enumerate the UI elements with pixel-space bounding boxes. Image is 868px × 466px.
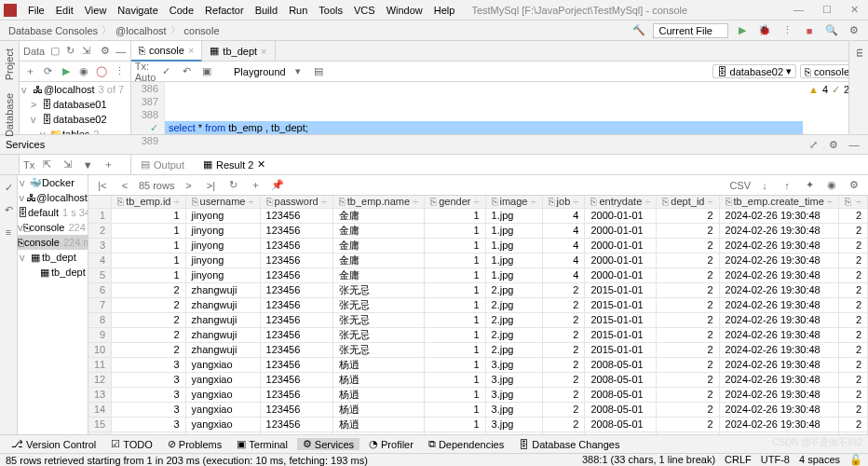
crumb-1[interactable]: @localhost [113, 25, 170, 36]
tree-row[interactable]: 🗄default1 s 34 ms [18, 205, 88, 220]
tree-row[interactable]: ▦tb_dept [18, 265, 88, 280]
svc-filter-icon[interactable]: ▼ [79, 157, 96, 173]
prev-page-icon[interactable]: < [116, 177, 133, 194]
search-icon[interactable]: 🔍 [823, 22, 840, 39]
services-gear-icon[interactable]: ⚙ [825, 136, 842, 153]
table-row[interactable]: 41jinyong123456金庸11.jpg42000-01-0122024-… [88, 254, 868, 268]
db-jump-icon[interactable]: ◉ [77, 63, 91, 80]
db-gear-icon[interactable]: ⚙ [100, 43, 112, 60]
editor-tab-console[interactable]: ⎘console× [131, 41, 202, 62]
menu-file[interactable]: File [22, 5, 50, 16]
db-stop-icon[interactable]: ◯ [95, 63, 109, 80]
export-icon[interactable]: ↓ [756, 177, 773, 194]
database-tool[interactable]: Database [4, 89, 15, 141]
playground-arrow[interactable]: ▾ [290, 63, 306, 80]
explain-icon[interactable]: ▣ [198, 63, 215, 80]
encoding[interactable]: UTF-8 [761, 454, 790, 466]
tree-row[interactable]: ⎘console224 ms [18, 235, 88, 250]
services-tree[interactable]: v🐳Dockerv🖧@localhost🗄default1 s 34 msv⎘c… [18, 175, 88, 444]
table-row[interactable]: 72zhangwuji123456张无忌12.jpg22015-01-01220… [88, 298, 868, 313]
db-refresh-icon[interactable]: ↻ [64, 43, 76, 60]
crumb-2[interactable]: console [182, 25, 223, 36]
warn-icon[interactable]: ▲ [808, 84, 819, 95]
table-row[interactable]: 133yangxiao123456杨逍13.jpg22008-05-012202… [88, 388, 868, 403]
table-row[interactable]: 31jinyong123456金庸11.jpg42000-01-0122024-… [88, 239, 868, 254]
menu-build[interactable]: Build [250, 5, 283, 16]
svc-collapse-icon[interactable]: ⇲ [59, 157, 75, 173]
pin-icon[interactable]: 📌 [269, 177, 286, 194]
project-tool[interactable]: Project [4, 45, 15, 84]
db-sync-icon[interactable]: ⟳ [41, 63, 55, 80]
svc-rollback-icon[interactable]: ↶ [0, 201, 17, 218]
last-page-icon[interactable]: >| [202, 177, 219, 194]
commit-icon[interactable]: ✓ [157, 63, 174, 80]
bottom-tab-todo[interactable]: ☑TODO [105, 438, 158, 450]
bottom-tab-version-control[interactable]: ⎇Version Control [6, 438, 102, 450]
table-row[interactable]: 92zhangwuji123456张无忌12.jpg22015-01-01220… [88, 328, 868, 343]
tree-row[interactable]: >🗄database01 [20, 97, 130, 112]
run-icon[interactable]: ▶ [734, 22, 751, 39]
editor-area[interactable]: 386 387 388 ✓ 389 select * from tb_emp ,… [131, 82, 868, 134]
eye-icon[interactable]: ◉ [823, 177, 840, 194]
bottom-tab-services[interactable]: ⚙Services [297, 438, 359, 450]
tree-row[interactable]: v📁tables2 [20, 127, 130, 134]
table-row[interactable]: 113yangxiao123456杨逍13.jpg22008-05-012202… [88, 358, 868, 373]
db-filter-icon[interactable]: ▢ [48, 43, 61, 60]
csv-select[interactable]: CSV [729, 180, 751, 191]
services-hide-icon[interactable]: ― [846, 136, 862, 153]
svc-add-icon[interactable]: ＋ [100, 157, 116, 173]
output-tab[interactable]: ▤ Output [137, 158, 188, 171]
tree-row[interactable]: v🖧@localhost3 of 7 [20, 82, 130, 97]
tree-row[interactable]: v▦tb_dept [18, 250, 88, 265]
menu-vcs[interactable]: VCS [348, 5, 381, 16]
minimize-button[interactable]: ― [788, 4, 809, 16]
menu-refactor[interactable]: Refactor [199, 5, 250, 16]
svc-expand-icon[interactable]: ⇱ [38, 157, 55, 173]
line-sep[interactable]: CRLF [725, 454, 752, 466]
tree-row[interactable]: v🖧@localhost [18, 190, 88, 205]
table-row[interactable]: 123yangxiao123456杨逍13.jpg22008-05-012202… [88, 373, 868, 388]
build-icon[interactable]: 🔨 [631, 22, 647, 39]
menu-window[interactable]: Window [381, 5, 428, 16]
add-row-icon[interactable]: ＋ [247, 177, 264, 194]
db-more-icon[interactable]: ⋮ [113, 63, 127, 80]
menu-run[interactable]: Run [283, 5, 313, 16]
menu-tools[interactable]: Tools [313, 5, 348, 16]
readonly-icon[interactable]: 🔓 [849, 454, 862, 466]
table-row[interactable]: 51jinyong123456金庸11.jpg42000-01-0122024-… [88, 268, 868, 283]
rollback-icon[interactable]: ↶ [178, 63, 195, 80]
db-collapse-icon[interactable]: ⇲ [80, 43, 92, 60]
debug-icon[interactable]: 🐞 [756, 22, 773, 39]
cursor-pos[interactable]: 388:1 (33 chars, 1 line break) [582, 454, 715, 466]
playground-select[interactable]: Playground [234, 66, 286, 77]
first-page-icon[interactable]: |< [94, 177, 111, 194]
result-grid[interactable]: ⎘tb_emp.id ÷⎘username ÷⎘password ÷⎘tb_em… [88, 196, 868, 444]
import-icon[interactable]: ↑ [779, 177, 795, 194]
menu-navigate[interactable]: Navigate [112, 5, 163, 16]
menu-help[interactable]: Help [428, 5, 461, 16]
stop-icon[interactable]: ■ [801, 22, 818, 39]
bottom-tab-dependencies[interactable]: ⧉Dependencies [423, 438, 509, 450]
editor-settings-icon[interactable]: ▤ [310, 63, 327, 80]
code[interactable]: select * from tb_emp , tb_dept; [165, 82, 803, 134]
table-row[interactable]: 82zhangwuji123456张无忌12.jpg22015-01-01220… [88, 313, 868, 328]
editor-tab-tb_dept[interactable]: ▦tb_dept× [202, 41, 275, 62]
maven-tool[interactable]: m [853, 45, 864, 61]
close-button[interactable]: ✕ [845, 4, 864, 16]
bottom-tab-profiler[interactable]: ◔Profiler [363, 438, 419, 450]
bottom-tab-problems[interactable]: ⊘Problems [162, 438, 227, 450]
tree-row[interactable]: v🗄database02 [20, 112, 130, 127]
services-link-icon[interactable]: ⤢ [805, 136, 821, 153]
ide-settings-icon[interactable]: ⚙ [846, 22, 862, 39]
view-mode-icon[interactable]: ✦ [801, 177, 818, 194]
schema-chip[interactable]: 🗄 database02 ▾ [712, 64, 797, 78]
bottom-tab-database-changes[interactable]: 🗄Database Changes [513, 439, 625, 450]
bottom-tab-terminal[interactable]: ▣Terminal [231, 438, 293, 450]
crumb-0[interactable]: Database Consoles [6, 25, 101, 36]
table-row[interactable]: 143yangxiao123456杨逍13.jpg22008-05-012202… [88, 403, 868, 418]
db-hide-icon[interactable]: ― [115, 43, 127, 60]
db-run-icon[interactable]: ▶ [59, 63, 73, 80]
svc-check-icon[interactable]: ✓ [0, 179, 17, 196]
svc-list-icon[interactable]: ≡ [0, 224, 17, 240]
maximize-button[interactable]: ☐ [817, 4, 837, 16]
